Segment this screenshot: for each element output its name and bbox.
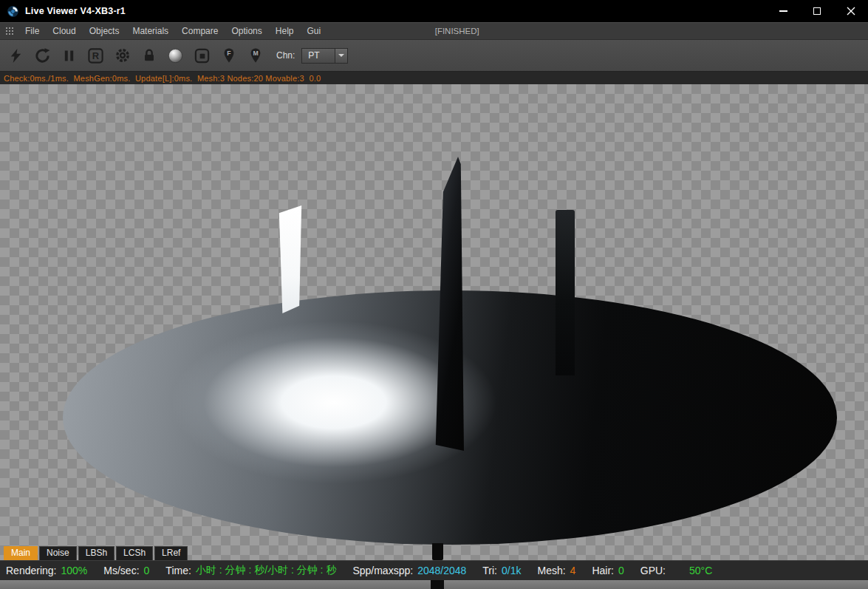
- gear-icon: [114, 47, 131, 64]
- tab-noise[interactable]: Noise: [39, 546, 77, 560]
- restart-render-button[interactable]: [4, 44, 27, 67]
- render-viewport[interactable]: Main Noise LBSh LCSh LRef: [0, 84, 868, 560]
- focus-picker-button[interactable]: F: [217, 44, 240, 67]
- toolbar: R F M Chn: PT: [0, 39, 868, 71]
- lightning-icon: [7, 47, 24, 64]
- spp-label: Spp/maxspp:: [352, 565, 413, 576]
- maximize-icon: [813, 7, 821, 15]
- rendering-value: 100%: [61, 565, 88, 576]
- minimize-icon: [779, 10, 787, 12]
- svg-text:F: F: [227, 50, 230, 57]
- bottom-notch: [431, 580, 444, 589]
- channel-label: Chn:: [276, 50, 295, 61]
- tab-lcsh[interactable]: LCSh: [116, 546, 153, 560]
- lock-icon: [141, 47, 157, 64]
- hair-label: Hair:: [592, 565, 614, 576]
- status-bar: Rendering: 100% Ms/sec: 0 Time: 小时 : 分钟 …: [0, 560, 868, 580]
- material-picker-button[interactable]: M: [244, 44, 267, 67]
- window-title: Live Viewer V4-XB3-r1: [25, 6, 126, 16]
- r-icon: R: [87, 47, 104, 64]
- picker-frame-icon: [194, 47, 211, 64]
- menu-options[interactable]: Options: [225, 24, 268, 38]
- tri-value: 0/1k: [502, 565, 521, 576]
- region-picker-button[interactable]: [191, 44, 213, 67]
- pause-icon: [61, 48, 77, 64]
- tab-lref[interactable]: LRef: [154, 546, 188, 560]
- render-stats-line: Check:0ms./1ms. MeshGen:0ms. Update[L]:0…: [0, 71, 868, 84]
- rendering-label: Rendering:: [6, 565, 57, 576]
- maximize-button[interactable]: [800, 0, 834, 22]
- live-viewer-window: Live Viewer V4-XB3-r1 File Cloud Objects…: [0, 0, 868, 589]
- window-controls: [766, 0, 868, 22]
- gpu-temp-value: 50°C: [689, 565, 712, 576]
- bottom-strip: [0, 580, 868, 589]
- tri-label: Tri:: [482, 565, 497, 576]
- svg-text:R: R: [92, 50, 100, 61]
- channel-value: PT: [302, 49, 335, 63]
- tab-lbsh[interactable]: LBSh: [78, 546, 115, 560]
- menu-compare[interactable]: Compare: [175, 24, 225, 38]
- hair-value: 0: [618, 565, 624, 576]
- lock-resolution-button[interactable]: [137, 44, 160, 67]
- title-bar[interactable]: Live Viewer V4-XB3-r1: [0, 0, 868, 22]
- right-pillar: [556, 210, 575, 375]
- pass-tabs: Main Noise LBSh LCSh LRef: [4, 546, 189, 560]
- reset-button[interactable]: R: [84, 44, 107, 67]
- mesh-label: Mesh:: [537, 565, 565, 576]
- pause-render-button[interactable]: [58, 44, 81, 67]
- minimize-button[interactable]: [766, 0, 800, 22]
- menu-cloud[interactable]: Cloud: [46, 24, 82, 38]
- settings-button[interactable]: [111, 44, 134, 67]
- menu-file[interactable]: File: [18, 24, 46, 38]
- ms-per-sec-value: 0: [144, 565, 150, 576]
- finished-status: [FINISHED]: [435, 27, 479, 35]
- time-value: 小时 : 分钟 : 秒/小时 : 分钟 : 秒: [196, 564, 337, 577]
- time-label: Time:: [165, 565, 191, 576]
- menu-objects[interactable]: Objects: [83, 24, 126, 38]
- gpu-label: GPU:: [640, 565, 666, 576]
- spp-value: 2048/2048: [417, 565, 466, 576]
- material-pin-icon: M: [247, 47, 264, 64]
- menu-materials[interactable]: Materials: [126, 24, 175, 38]
- emissive-plane: [276, 205, 304, 313]
- render-stats-text: Check:0ms./1ms. MeshGen:0ms. Update[L]:0…: [4, 74, 321, 83]
- svg-text:M: M: [253, 50, 258, 57]
- close-icon: [847, 7, 855, 16]
- menu-gui[interactable]: Gui: [300, 24, 327, 38]
- close-button[interactable]: [834, 0, 868, 22]
- focus-pin-icon: F: [221, 47, 237, 64]
- menu-help[interactable]: Help: [269, 24, 301, 38]
- ms-per-sec-label: Ms/sec:: [103, 565, 139, 576]
- mesh-value: 4: [570, 565, 576, 576]
- refresh-icon: [34, 47, 51, 64]
- channel-select[interactable]: PT: [301, 48, 348, 64]
- chevron-down-icon: [335, 49, 347, 63]
- menu-grip-icon[interactable]: [5, 27, 14, 35]
- material-ball-button[interactable]: [164, 44, 187, 67]
- refresh-render-button[interactable]: [31, 44, 54, 67]
- center-plane-base: [432, 543, 443, 560]
- material-ball-icon: [167, 47, 184, 64]
- tab-main[interactable]: Main: [4, 546, 38, 560]
- menu-bar: File Cloud Objects Materials Compare Opt…: [0, 22, 868, 39]
- app-logo-icon: [7, 5, 19, 18]
